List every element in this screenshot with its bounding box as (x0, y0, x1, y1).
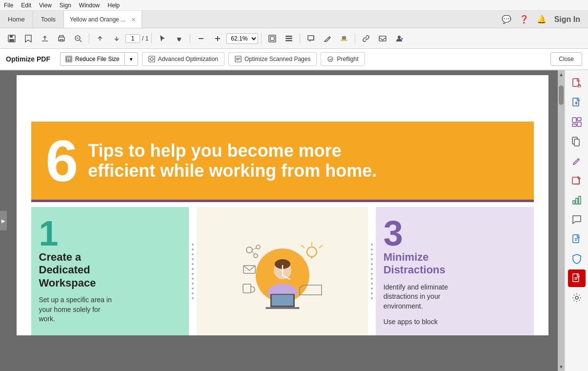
illustration-container (222, 222, 344, 321)
comment-button[interactable] (303, 31, 319, 46)
link-button[interactable] (358, 31, 374, 46)
svg-rect-54 (573, 98, 579, 106)
svg-rect-63 (576, 198, 578, 204)
tab-tools[interactable]: Tools (33, 11, 64, 28)
highlight-button[interactable] (336, 31, 352, 46)
email-button[interactable] (375, 31, 390, 46)
card3-title: Minimize Distractions (384, 251, 526, 277)
svg-rect-55 (572, 118, 576, 123)
pdf-page: 6 Tips to help you become more efficient… (17, 75, 548, 335)
svg-rect-57 (577, 122, 581, 126)
toolbar: / 1 62.1% 50% 75% 100% + (0, 28, 588, 49)
sidebar-enhance-icon[interactable] (568, 172, 586, 189)
svg-marker-3 (25, 35, 31, 42)
save-button[interactable] (4, 31, 20, 46)
chat-icon[interactable]: 💬 (502, 15, 511, 24)
scroll-mode-button[interactable] (281, 31, 297, 46)
optimize-scanned-pages-button[interactable]: Optimize Scanned Pages (228, 52, 317, 66)
next-page-button[interactable] (109, 31, 124, 46)
svg-line-48 (252, 248, 256, 250)
tab-document[interactable]: Yellow and Orange ... × (64, 11, 142, 28)
tab-close-button[interactable]: × (131, 16, 135, 23)
sidebar-compress-icon[interactable] (568, 230, 586, 248)
help-icon[interactable]: ❓ (519, 15, 529, 24)
svg-rect-64 (579, 196, 581, 204)
prev-page-button[interactable] (92, 31, 108, 46)
print-button[interactable] (54, 31, 69, 46)
banner-text-line2: efficient while working from home. (88, 161, 377, 181)
zoom-out-button[interactable] (193, 31, 209, 46)
svg-rect-37 (265, 307, 300, 309)
sidebar-comment-icon[interactable] (568, 211, 586, 228)
svg-point-46 (256, 245, 260, 249)
sidebar-files-icon[interactable] (568, 133, 586, 150)
svg-rect-1 (10, 35, 13, 38)
svg-rect-12 (269, 35, 276, 42)
fit-page-button[interactable] (264, 31, 280, 46)
sidebar-settings-icon[interactable] (568, 289, 586, 307)
pdf-viewer[interactable]: ▶ 6 Tips to help you become more efficie… (0, 70, 565, 371)
upload-button[interactable] (37, 31, 53, 46)
scroll-thumb[interactable] (559, 85, 564, 105)
banner-number: 6 (46, 131, 79, 190)
sidebar-analytics-icon[interactable] (568, 191, 586, 209)
cards-row: 1 Create a Dedicated Workspace Set up a … (31, 207, 534, 335)
menu-view[interactable]: View (39, 2, 52, 9)
zoom-out-search-button[interactable] (70, 31, 86, 46)
share-button[interactable]: + (391, 31, 407, 46)
card3-number: 3 (384, 216, 526, 251)
zoom-in-button[interactable] (210, 31, 225, 46)
zoom-select[interactable]: 62.1% 50% 75% 100% (226, 33, 258, 44)
hand-tool-button[interactable] (171, 31, 187, 46)
svg-rect-39 (243, 284, 251, 293)
card-create-workspace: 1 Create a Dedicated Workspace Set up a … (31, 207, 189, 335)
panel-expand-arrow[interactable]: ▶ (0, 211, 7, 230)
menu-help[interactable]: Help (108, 2, 120, 9)
sidebar-edit-icon[interactable] (568, 152, 586, 170)
bell-icon[interactable]: 🔔 (537, 15, 547, 24)
menu-sign[interactable]: Sign (60, 2, 71, 9)
card1-number: 1 (39, 216, 182, 251)
reduce-file-size-dropdown[interactable]: ▼ (124, 52, 138, 66)
menu-window[interactable]: Window (79, 2, 100, 9)
svg-rect-62 (573, 201, 575, 204)
sign-in-button[interactable]: Sign In (554, 15, 580, 24)
advanced-optimization-label: Advanced Optimization (158, 56, 218, 62)
reduce-file-size-button[interactable]: Reduce File Size (60, 52, 124, 66)
bookmark-button[interactable] (20, 31, 36, 46)
advanced-optimization-button[interactable]: Advanced Optimization (142, 52, 224, 66)
tab-document-title: Yellow and Orange ... (70, 16, 125, 23)
card3-text-line2: Use apps to block (384, 317, 526, 327)
tab-home[interactable]: Home (0, 11, 33, 28)
sidebar-current-pdf-icon[interactable] (568, 269, 586, 287)
svg-line-7 (80, 40, 81, 42)
sidebar-protect-icon[interactable] (568, 250, 586, 268)
purple-separator (31, 200, 534, 202)
svg-line-44 (319, 245, 323, 248)
card-illustration (197, 207, 367, 335)
card1-text: Set up a specific area in your home sole… (39, 295, 182, 324)
scrollbar[interactable]: ▲ ▼ (558, 70, 565, 371)
scroll-down-arrow[interactable]: ▼ (557, 363, 565, 371)
svg-rect-14 (285, 36, 292, 37)
sidebar-add-pdf-icon[interactable] (568, 74, 586, 92)
separator-4 (261, 33, 262, 44)
select-tool-button[interactable] (155, 31, 170, 46)
pen-button[interactable] (320, 31, 335, 46)
separator-1 (89, 33, 89, 44)
svg-point-45 (246, 247, 252, 253)
page-number-input[interactable] (125, 34, 140, 43)
preflight-button[interactable]: Preflight (321, 52, 365, 66)
menu-edit[interactable]: Edit (21, 2, 31, 9)
separator-2 (151, 33, 152, 44)
sidebar-export-icon[interactable] (568, 94, 586, 111)
tab-right-icons: 💬 ❓ 🔔 Sign In (502, 11, 588, 28)
scroll-up-arrow[interactable]: ▲ (557, 70, 565, 79)
card1-title: Create a Dedicated Workspace (39, 251, 182, 289)
svg-rect-17 (341, 40, 347, 41)
close-button[interactable]: Close (550, 52, 582, 66)
card3-text-line1: Identify and eliminate distractions in y… (384, 283, 526, 311)
svg-rect-58 (572, 124, 576, 126)
sidebar-organize-icon[interactable] (568, 113, 586, 131)
menu-file[interactable]: File (4, 2, 13, 9)
